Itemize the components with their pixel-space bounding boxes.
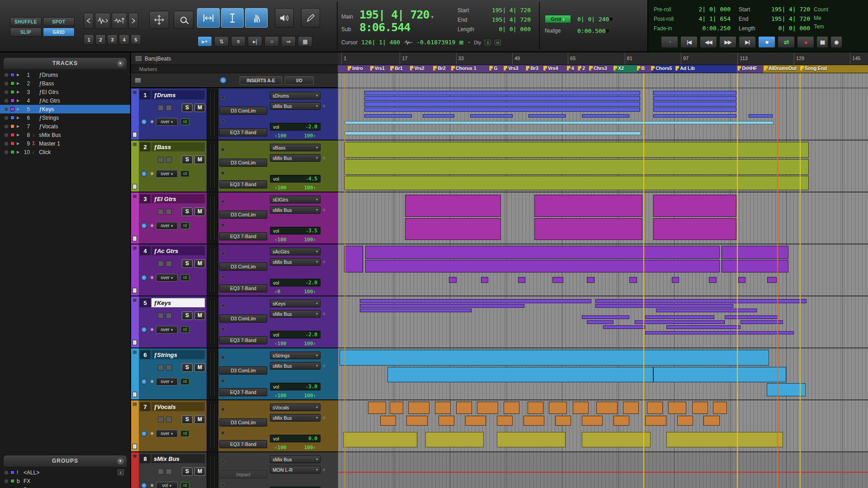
disclosure-arrow-icon[interactable]: ▶ bbox=[17, 124, 19, 128]
audio-region[interactable] bbox=[549, 402, 567, 414]
marker-flag-icon[interactable] bbox=[348, 66, 351, 70]
group-keyboard-badge[interactable]: z bbox=[118, 469, 124, 475]
elastic-audio-icon[interactable]: ∗ bbox=[150, 482, 154, 488]
pan-display[interactable]: ‹100100› bbox=[270, 236, 321, 243]
insert-a-button[interactable]: D3 ComLim bbox=[219, 366, 267, 375]
track-view-icon[interactable] bbox=[158, 209, 164, 215]
insert-a-button[interactable]: D3 ComLim bbox=[219, 159, 267, 167]
track-lane[interactable] bbox=[338, 400, 868, 452]
audio-region[interactable] bbox=[666, 432, 783, 447]
audio-region[interactable] bbox=[364, 102, 640, 106]
audio-region[interactable] bbox=[767, 277, 777, 282]
disclosure-arrow-icon[interactable]: ▶ bbox=[17, 90, 19, 94]
audio-region[interactable] bbox=[360, 304, 524, 308]
audio-region[interactable] bbox=[653, 195, 736, 217]
sidebar-track-item[interactable]: ▶7ƒVocals bbox=[0, 122, 130, 131]
timeline-marker[interactable]: Chors5 bbox=[651, 66, 672, 71]
nudge-value[interactable]: 0:00.500 bbox=[577, 28, 606, 34]
audio-region[interactable] bbox=[477, 402, 498, 414]
automation-mode-button[interactable]: over bbox=[156, 118, 178, 126]
group-item[interactable]: !<ALL>z bbox=[0, 468, 130, 477]
audio-region[interactable] bbox=[738, 277, 745, 282]
audio-region[interactable] bbox=[497, 416, 513, 426]
audio-region[interactable] bbox=[408, 402, 429, 414]
record-safe-toggle[interactable]: rd bbox=[180, 222, 189, 229]
automation-mode-button[interactable]: over bbox=[156, 326, 178, 333]
sidebar-track-item[interactable]: ▶2ƒBass bbox=[0, 79, 130, 88]
record-safe-toggle[interactable]: rd bbox=[180, 274, 189, 281]
audio-region[interactable] bbox=[647, 402, 663, 414]
pan-left-value[interactable]: ‹100 bbox=[274, 133, 287, 139]
markers-ruler-label[interactable]: Markers bbox=[139, 66, 157, 72]
volume-display[interactable]: vol-3.5 bbox=[270, 227, 321, 235]
volume-display[interactable]: vol-4.5 bbox=[270, 175, 321, 183]
insert-slot-dot[interactable] bbox=[221, 223, 225, 227]
pan-left-value[interactable]: ‹100 bbox=[274, 393, 287, 399]
timeline-marker[interactable]: AlDrumsOut bbox=[764, 66, 797, 71]
audio-region[interactable] bbox=[534, 195, 642, 217]
track-lane[interactable] bbox=[338, 89, 868, 141]
automation-mode-button[interactable]: over bbox=[156, 222, 178, 230]
track-name[interactable]: Click bbox=[39, 149, 51, 155]
insert-b-button[interactable]: EQ3 7-Band bbox=[219, 284, 267, 292]
track-name[interactable]: ƒKeys bbox=[151, 298, 205, 307]
automation-mode-button[interactable]: over bbox=[156, 378, 178, 385]
playlist-icon[interactable] bbox=[166, 469, 172, 474]
audio-region[interactable] bbox=[470, 114, 513, 118]
pre-roll-value[interactable]: 2| 0| 000 bbox=[699, 6, 731, 13]
audio-region[interactable] bbox=[629, 277, 637, 282]
marker-flag-icon[interactable] bbox=[526, 66, 529, 70]
group-show-hide-dot[interactable] bbox=[5, 471, 8, 474]
automation-line[interactable] bbox=[338, 472, 868, 473]
insert-slot-dot[interactable] bbox=[221, 460, 225, 463]
timeline-marker[interactable]: Br3 bbox=[526, 66, 538, 71]
solo-button[interactable]: S bbox=[182, 103, 193, 112]
shuffle-mode-button[interactable]: SHUFFLE bbox=[10, 17, 42, 26]
insertion-follows-playback-button[interactable]: ⇅ bbox=[214, 36, 229, 47]
audio-region[interactable] bbox=[387, 367, 653, 382]
panel-menu-icon[interactable]: ▾ bbox=[117, 458, 124, 465]
timeline-marker[interactable]: Br1 bbox=[390, 66, 403, 71]
mute-button[interactable]: M bbox=[194, 415, 205, 424]
audio-region[interactable] bbox=[595, 304, 733, 308]
track-name[interactable]: ƒStrings bbox=[39, 115, 59, 121]
track-view-icon[interactable] bbox=[158, 105, 164, 111]
pan-left-value[interactable]: ‹0 bbox=[274, 289, 280, 295]
marker-flag-icon[interactable] bbox=[433, 66, 437, 70]
group-item[interactable]: cDrums bbox=[0, 485, 130, 488]
playlist-icon[interactable] bbox=[166, 209, 172, 215]
timeline-marker[interactable]: Ad Lib bbox=[675, 66, 695, 71]
group-name[interactable]: Drums bbox=[24, 487, 39, 488]
track-show-hide-dot[interactable] bbox=[5, 125, 8, 128]
track-name[interactable]: Master 1 bbox=[39, 141, 60, 147]
marker-flag-icon[interactable] bbox=[764, 66, 768, 70]
track-show-hide-dot[interactable] bbox=[5, 142, 8, 145]
track-lane[interactable] bbox=[338, 244, 868, 296]
timeline-marker[interactable]: 2 bbox=[578, 66, 585, 71]
chevron-down-icon[interactable]: ▾ bbox=[431, 14, 434, 19]
track-name[interactable]: ƒEl Gtrs bbox=[39, 89, 58, 95]
vertical-zoom-icon[interactable] bbox=[112, 13, 127, 29]
slip-mode-button[interactable]: SLIP bbox=[10, 28, 42, 37]
audio-region[interactable] bbox=[364, 114, 412, 118]
marker-flag-icon[interactable] bbox=[800, 66, 804, 70]
pan-right-value[interactable]: 100› bbox=[304, 445, 316, 450]
volume-value[interactable]: -2.0 bbox=[306, 124, 318, 130]
sidebar-track-item[interactable]: ▶10↓Click bbox=[0, 148, 130, 156]
track-show-hide-dot[interactable] bbox=[5, 99, 8, 103]
marker-flag-icon[interactable] bbox=[651, 66, 655, 70]
track-lane[interactable] bbox=[338, 141, 868, 192]
pan-display[interactable]: ‹100100› bbox=[270, 132, 321, 139]
marker-flag-icon[interactable] bbox=[737, 66, 741, 70]
ruler-list-icon[interactable] bbox=[136, 56, 142, 61]
insert-b-button[interactable]: EQ3 7-Band bbox=[219, 180, 267, 188]
track-show-hide-dot[interactable] bbox=[5, 90, 8, 94]
audio-region[interactable] bbox=[365, 260, 720, 272]
pencil-tool-icon[interactable] bbox=[301, 8, 320, 28]
output-selector[interactable]: sAcGtrs▾ bbox=[270, 248, 321, 255]
elastic-audio-icon[interactable]: ∗ bbox=[150, 274, 154, 281]
bus-selector[interactable]: sMix Bus▾ bbox=[270, 258, 321, 266]
pan-right-value[interactable]: 100› bbox=[304, 185, 316, 191]
playlist-icon[interactable] bbox=[166, 105, 172, 111]
audio-region[interactable] bbox=[528, 402, 543, 414]
